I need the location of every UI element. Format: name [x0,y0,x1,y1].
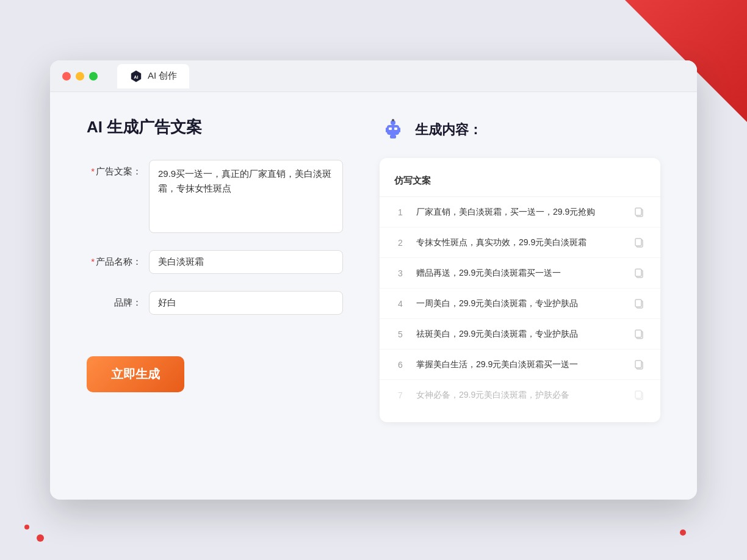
copy-icon[interactable] [633,328,646,340]
table-row: 1 厂家直销，美白淡斑霜，买一送一，29.9元抢购 [380,197,660,228]
right-panel: 生成内容： 仿写文案 1 厂家直销，美白淡斑霜，买一送一，29.9元抢购 2 专… [380,117,660,475]
result-num: 3 [394,268,406,278]
result-text: 专抹女性斑点，真实功效，29.9元美白淡斑霜 [416,236,624,249]
result-header: 生成内容： [380,117,660,143]
browser-window: AI AI 创作 AI 生成广告文案 *广告文案： *产品名称： [50,60,697,500]
tab-label: AI 创作 [148,70,177,82]
svg-rect-21 [635,361,641,368]
result-num: 7 [394,390,406,400]
result-num: 1 [394,207,406,217]
result-list: 1 厂家直销，美白淡斑霜，买一送一，29.9元抢购 2 专抹女性斑点，真实功效，… [380,197,660,410]
svg-rect-23 [635,391,641,398]
copy-icon[interactable] [633,389,646,401]
svg-rect-3 [389,127,392,130]
result-box: 仿写文案 1 厂家直销，美白淡斑霜，买一送一，29.9元抢购 2 专抹女性斑点，… [380,158,660,422]
svg-rect-6 [399,127,400,132]
brand-input[interactable] [149,291,343,315]
svg-rect-7 [390,135,396,138]
required-mark-1: * [91,166,95,176]
ai-creation-tab[interactable]: AI AI 创作 [117,64,189,88]
svg-point-8 [392,119,394,121]
svg-rect-13 [635,239,641,246]
result-text: 一周美白，29.9元美白淡斑霜，专业护肤品 [416,297,624,310]
table-row: 6 掌握美白生活，29.9元美白淡斑霜买一送一 [380,350,660,380]
table-row: 3 赠品再送，29.9元美白淡斑霜买一送一 [380,258,660,289]
minimize-button[interactable] [76,72,84,81]
table-row: 5 祛斑美白，29.9元美白淡斑霜，专业护肤品 [380,319,660,350]
copy-icon[interactable] [633,298,646,310]
ai-tab-icon: AI [129,70,143,83]
result-text: 厂家直销，美白淡斑霜，买一送一，29.9元抢购 [416,206,624,218]
result-num: 4 [394,299,406,309]
product-name-group: *产品名称： [87,250,343,274]
result-num: 6 [394,360,406,370]
close-button[interactable] [62,72,71,81]
dot-decoration-1 [37,534,44,542]
dot-decoration-2 [24,525,29,529]
required-mark-2: * [91,256,95,267]
product-name-label: *产品名称： [87,250,142,268]
ad-copy-input[interactable] [149,160,343,233]
result-title: 生成内容： [415,121,482,139]
svg-rect-17 [635,300,641,307]
svg-rect-5 [386,127,388,132]
svg-rect-2 [387,125,399,135]
table-row: 7 女神必备，29.9元美白淡斑霜，护肤必备 [380,380,660,410]
page-title: AI 生成广告文案 [87,117,343,138]
product-name-input[interactable] [149,250,343,274]
result-text: 女神必备，29.9元美白淡斑霜，护肤必备 [416,389,624,401]
table-row: 4 一周美白，29.9元美白淡斑霜，专业护肤品 [380,289,660,319]
brand-label: 品牌： [87,291,142,309]
dot-decoration-3 [680,529,686,536]
maximize-button[interactable] [89,72,98,81]
svg-rect-19 [635,330,641,337]
ad-copy-label: *广告文案： [87,160,142,178]
brand-group: 品牌： [87,291,343,315]
copy-icon[interactable] [633,206,646,218]
ad-copy-group: *广告文案： [87,160,343,233]
left-panel: AI 生成广告文案 *广告文案： *产品名称： 品牌： 立 [87,117,343,475]
result-num: 2 [394,238,406,248]
result-num: 5 [394,329,406,339]
result-text: 赠品再送，29.9元美白淡斑霜买一送一 [416,267,624,279]
generate-button[interactable]: 立即生成 [87,356,184,392]
result-text: 掌握美白生活，29.9元美白淡斑霜买一送一 [416,358,624,371]
traffic-lights [62,72,98,81]
result-table-header: 仿写文案 [380,170,660,197]
main-content: AI 生成广告文案 *广告文案： *产品名称： 品牌： 立 [50,92,697,500]
svg-rect-11 [635,208,641,215]
title-bar: AI AI 创作 [50,60,697,92]
copy-icon[interactable] [633,237,646,249]
robot-icon [380,117,406,143]
copy-icon[interactable] [633,359,646,371]
svg-rect-15 [635,269,641,276]
result-text: 祛斑美白，29.9元美白淡斑霜，专业护肤品 [416,328,624,340]
copy-icon[interactable] [633,267,646,279]
svg-text:AI: AI [134,74,138,79]
table-row: 2 专抹女性斑点，真实功效，29.9元美白淡斑霜 [380,228,660,258]
svg-rect-4 [394,127,397,130]
